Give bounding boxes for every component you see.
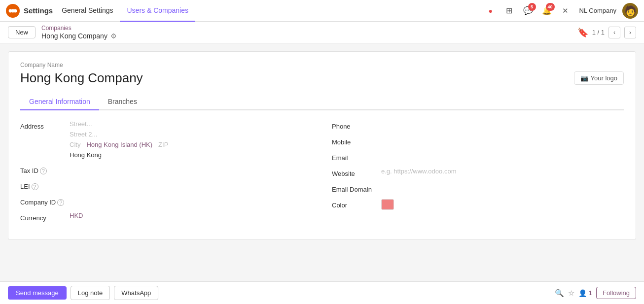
mobile-row: Mobile xyxy=(332,136,624,146)
tools-btn[interactable]: ✕ xyxy=(558,3,573,19)
color-row: Color xyxy=(332,199,624,211)
form-container: Company Name Hong Kong Company 📷 Your lo… xyxy=(8,51,636,240)
email-label: Email xyxy=(332,152,381,162)
address-label: Address xyxy=(20,120,70,130)
brand[interactable]: Settings xyxy=(6,4,53,18)
currency-link[interactable]: HKD xyxy=(70,212,83,219)
country-value[interactable]: Hong Kong xyxy=(70,151,312,159)
address-row: Address Street... Street 2... City Hong … xyxy=(20,120,312,159)
form-right-section: Phone Mobile Email Website e.g xyxy=(332,120,624,228)
pager-text: 1 / 1 xyxy=(592,29,605,36)
breadcrumb-path: Companies Hong Kong Company ⚙ xyxy=(41,25,117,40)
lei-label: LEI ? xyxy=(20,180,70,190)
company-id-help-icon[interactable]: ? xyxy=(57,199,64,206)
company-id-label: Company ID ? xyxy=(20,196,70,206)
tax-id-row: Tax ID ? xyxy=(20,165,312,174)
new-button[interactable]: New xyxy=(8,26,36,38)
address-block: Street... Street 2... City Hong Kong Isl… xyxy=(70,120,312,159)
navbar-menu: General Settings Users & Companies xyxy=(55,0,482,22)
logo-button[interactable]: 📷 Your logo xyxy=(574,71,624,85)
color-label: Color xyxy=(332,199,381,209)
brand-label[interactable]: Settings xyxy=(24,6,53,15)
avatar-icon: 🧑 xyxy=(624,5,637,17)
email-domain-label: Email Domain xyxy=(332,183,381,193)
street2-input[interactable]: Street 2... xyxy=(70,131,312,138)
chat-btn[interactable]: 💬 5 xyxy=(520,3,536,19)
chat-badge: 5 xyxy=(528,3,536,11)
website-placeholder: e.g. https://www.odoo.com xyxy=(381,168,456,175)
bell-btn[interactable]: 🔔 40 xyxy=(539,3,555,19)
pager-next-button[interactable]: › xyxy=(624,27,636,38)
form-grid: Address Street... Street 2... City Hong … xyxy=(20,120,624,228)
nav-general-settings[interactable]: General Settings xyxy=(55,0,120,22)
currency-label: Currency xyxy=(20,212,70,222)
tax-id-label: Tax ID ? xyxy=(20,165,70,174)
company-name-label: Company Name xyxy=(20,62,624,68)
website-row: Website e.g. https://www.odoo.com xyxy=(332,168,624,177)
breadcrumb-right: 🔖 1 / 1 ‹ › xyxy=(577,27,636,38)
bell-badge: 40 xyxy=(546,3,555,11)
logo-btn-label: Your logo xyxy=(591,74,617,82)
currency-value: HKD xyxy=(70,212,312,219)
color-value xyxy=(381,199,624,211)
breadcrumb-current: Hong Kong Company ⚙ xyxy=(41,32,117,40)
currency-row: Currency HKD xyxy=(20,212,312,222)
odoo-logo-icon xyxy=(6,4,20,18)
tab-branches[interactable]: Branches xyxy=(99,94,146,110)
grid-btn[interactable]: ⊞ xyxy=(501,3,517,19)
form-left-section: Address Street... Street 2... City Hong … xyxy=(20,120,312,228)
status-dot-btn[interactable]: ● xyxy=(483,3,499,19)
grid-icon: ⊞ xyxy=(506,6,512,15)
svg-point-3 xyxy=(13,9,17,12)
website-input[interactable]: e.g. https://www.odoo.com xyxy=(381,168,624,175)
email-domain-row: Email Domain xyxy=(332,183,624,193)
company-name-nav[interactable]: NL Company xyxy=(576,7,619,14)
city-row: City Hong Kong Island (HK) ZIP xyxy=(70,141,312,148)
company-id-row: Company ID ? xyxy=(20,196,312,206)
tools-icon: ✕ xyxy=(562,6,569,15)
city-placeholder[interactable]: City xyxy=(70,141,80,148)
main-content: Company Name Hong Kong Company 📷 Your lo… xyxy=(0,51,644,240)
company-name-title-row: Hong Kong Company 📷 Your logo xyxy=(20,70,624,86)
avatar-btn[interactable]: 🧑 xyxy=(622,3,638,19)
breadcrumb-current-label: Hong Kong Company xyxy=(41,32,107,40)
color-swatch[interactable] xyxy=(381,199,394,210)
status-dot-icon: ● xyxy=(488,7,492,15)
breadcrumb-bar: New Companies Hong Kong Company ⚙ 🔖 1 / … xyxy=(0,22,644,43)
lei-row: LEI ? xyxy=(20,180,312,190)
breadcrumb-parent[interactable]: Companies xyxy=(41,25,117,32)
company-name-value[interactable]: Hong Kong Company xyxy=(20,70,143,86)
lei-help-icon[interactable]: ? xyxy=(32,183,38,190)
navbar-right: ● ⊞ 💬 5 🔔 40 ✕ NL Company 🧑 xyxy=(483,3,638,19)
mobile-label: Mobile xyxy=(332,136,381,146)
pager: 1 / 1 xyxy=(592,29,605,36)
pager-prev-button[interactable]: ‹ xyxy=(608,27,620,38)
phone-label: Phone xyxy=(332,120,381,130)
phone-row: Phone xyxy=(332,120,624,130)
zip-input[interactable]: ZIP xyxy=(158,141,168,148)
street-input[interactable]: Street... xyxy=(70,120,312,128)
settings-gear-icon[interactable]: ⚙ xyxy=(110,32,117,40)
email-row: Email xyxy=(332,152,624,162)
tabs: General Information Branches xyxy=(20,94,624,110)
website-label: Website xyxy=(332,168,381,177)
bookmark-icon[interactable]: 🔖 xyxy=(577,27,588,38)
camera-icon: 📷 xyxy=(580,74,588,82)
city-value[interactable]: Hong Kong Island (HK) xyxy=(86,141,152,148)
nav-users-companies[interactable]: Users & Companies xyxy=(120,0,195,22)
tab-general-information[interactable]: General Information xyxy=(20,94,99,110)
tax-id-help-icon[interactable]: ? xyxy=(40,168,47,174)
navbar: Settings General Settings Users & Compan… xyxy=(0,0,644,22)
